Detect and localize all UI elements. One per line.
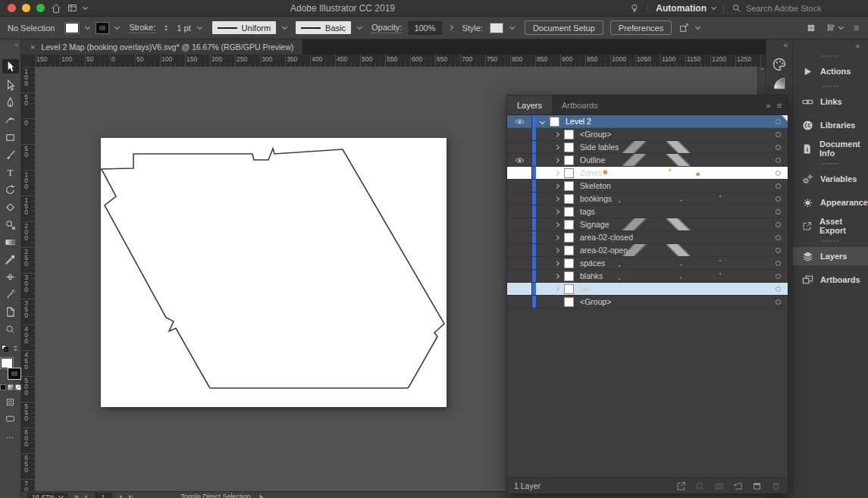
dock-item-libraries[interactable]: Libraries	[793, 116, 868, 134]
opacity-label[interactable]: Opacity:	[371, 23, 402, 33]
visibility-toggle[interactable]	[507, 128, 532, 140]
chevron-down-icon[interactable]	[197, 23, 202, 29]
chevron-down-icon[interactable]	[85, 23, 90, 29]
layer-row[interactable]: Signage	[507, 218, 788, 231]
target-circle-icon[interactable]	[776, 299, 781, 305]
edit-toolbar-icon[interactable]: …	[6, 431, 15, 440]
expand-chevron-icon[interactable]	[554, 234, 559, 240]
gradient-button[interactable]	[8, 384, 14, 390]
expand-chevron-icon[interactable]	[554, 144, 559, 149]
layer-row[interactable]: blanks	[507, 270, 788, 283]
layer-row[interactable]: Level 2	[507, 115, 788, 128]
color-button[interactable]	[0, 384, 6, 390]
layer-name[interactable]: tags	[580, 207, 595, 216]
layer-name[interactable]: blanks	[580, 271, 603, 280]
shape-builder-tool[interactable]	[2, 219, 19, 230]
visibility-toggle[interactable]	[507, 244, 532, 256]
layer-name[interactable]: <Group>	[580, 297, 611, 306]
horizontal-ruler[interactable]: 1501005005010015020025030035040045050055…	[35, 55, 766, 67]
close-tab-icon[interactable]: ×	[30, 42, 35, 52]
layer-thumbnail[interactable]	[564, 284, 574, 294]
rectangle-tool[interactable]	[2, 132, 19, 143]
fill-swatch[interactable]	[65, 23, 79, 33]
target-circle-icon[interactable]	[776, 145, 781, 150]
layer-name[interactable]: area-02-closed	[580, 233, 633, 242]
expand-tools-icon[interactable]: »	[15, 42, 18, 49]
new-layer-icon[interactable]	[752, 481, 762, 491]
zoom-level-select[interactable]: 16.67%	[27, 493, 67, 498]
arrange-documents-icon[interactable]	[67, 3, 77, 13]
next-artboard-icon[interactable]	[118, 493, 124, 498]
minimize-window-button[interactable]	[22, 4, 30, 12]
target-circle-icon[interactable]	[776, 261, 781, 266]
visibility-toggle[interactable]	[507, 296, 532, 308]
dock-item-links[interactable]: Links	[793, 92, 868, 111]
layer-thumbnail[interactable]	[564, 233, 574, 243]
dock-item-actions[interactable]: Actions	[793, 62, 868, 80]
layer-row[interactable]: bkr	[507, 283, 788, 296]
layer-row[interactable]: <Group>	[507, 296, 788, 309]
default-swatches-icon[interactable]	[2, 345, 8, 352]
chevron-down-icon[interactable]	[357, 23, 362, 29]
last-artboard-icon[interactable]	[127, 493, 134, 498]
collapse-panels-icon[interactable]: «	[783, 39, 792, 52]
expand-chevron-icon[interactable]	[554, 247, 559, 252]
expand-chevron-icon[interactable]	[554, 273, 559, 278]
document-tab[interactable]: × Level 2 Map (booking overlays)V6.svg* …	[21, 39, 302, 55]
ruler-corner[interactable]	[21, 55, 35, 67]
color-panel-icon[interactable]	[772, 57, 787, 72]
collect-for-export-icon[interactable]	[676, 481, 686, 491]
dock-item-variables[interactable]: Variables	[793, 170, 868, 188]
layer-thumbnail[interactable]	[564, 194, 574, 204]
layer-name[interactable]: <Group>	[580, 130, 611, 139]
artboard-number-field[interactable]: 1	[95, 493, 112, 498]
expand-chevron-icon[interactable]	[554, 131, 559, 136]
document-setup-button[interactable]: Document Setup	[525, 20, 603, 35]
opacity-value[interactable]: 100%	[409, 21, 442, 35]
layer-thumbnail[interactable]	[550, 117, 559, 127]
chevron-down-icon[interactable]	[838, 23, 844, 29]
screen-mode-icon[interactable]	[5, 414, 15, 424]
home-icon[interactable]	[51, 3, 61, 14]
gradient-tool[interactable]	[2, 236, 19, 248]
layer-row[interactable]: Zones	[507, 167, 788, 180]
width-profile-dropdown[interactable]: Uniform	[212, 21, 277, 34]
layer-thumbnail[interactable]	[564, 155, 574, 165]
layer-thumbnail[interactable]	[564, 130, 574, 139]
touch-workspace-icon[interactable]	[807, 23, 816, 33]
width-tool[interactable]	[2, 271, 19, 283]
visibility-toggle[interactable]	[507, 205, 532, 218]
layer-name[interactable]: Zones	[580, 168, 602, 177]
layer-row[interactable]: area-02-open	[507, 244, 788, 257]
visibility-toggle[interactable]	[507, 180, 532, 192]
type-tool[interactable]: T	[2, 167, 19, 178]
search-input[interactable]: Search Adobe Stock	[732, 3, 860, 13]
expand-chevron-icon[interactable]	[540, 118, 545, 124]
target-circle-icon[interactable]	[776, 209, 781, 215]
expand-chevron-icon[interactable]	[554, 157, 559, 162]
fill-color-swatch[interactable]	[1, 358, 13, 368]
stroke-color-swatch[interactable]	[8, 368, 20, 379]
swap-fill-stroke-icon[interactable]	[11, 344, 20, 352]
eraser-tool[interactable]	[2, 202, 19, 213]
layer-name[interactable]: spaces	[580, 258, 605, 268]
expand-chevron-icon[interactable]	[554, 196, 559, 201]
layer-row[interactable]: <Group>	[507, 128, 788, 141]
visibility-toggle[interactable]	[507, 283, 532, 295]
collapse-dock-icon[interactable]: «	[855, 40, 864, 53]
target-circle-icon[interactable]	[776, 119, 781, 124]
visibility-toggle[interactable]	[507, 167, 532, 179]
panel-menu-icon[interactable]: ≡	[854, 23, 859, 33]
target-circle-icon[interactable]	[776, 235, 781, 240]
collapse-panel-icon[interactable]: »	[766, 101, 770, 110]
layer-name[interactable]: Level 2	[566, 117, 591, 126]
zoom-tool[interactable]	[2, 324, 19, 335]
gradient-panel-icon[interactable]	[772, 77, 786, 90]
visibility-toggle[interactable]	[507, 231, 532, 243]
preferences-button[interactable]: Preferences	[610, 20, 672, 35]
visibility-toggle[interactable]	[507, 270, 532, 282]
close-window-button[interactable]	[8, 4, 16, 12]
layer-row[interactable]: Skeleton	[507, 180, 788, 193]
artboard-tool[interactable]	[2, 306, 19, 318]
layer-thumbnail[interactable]	[564, 271, 574, 281]
